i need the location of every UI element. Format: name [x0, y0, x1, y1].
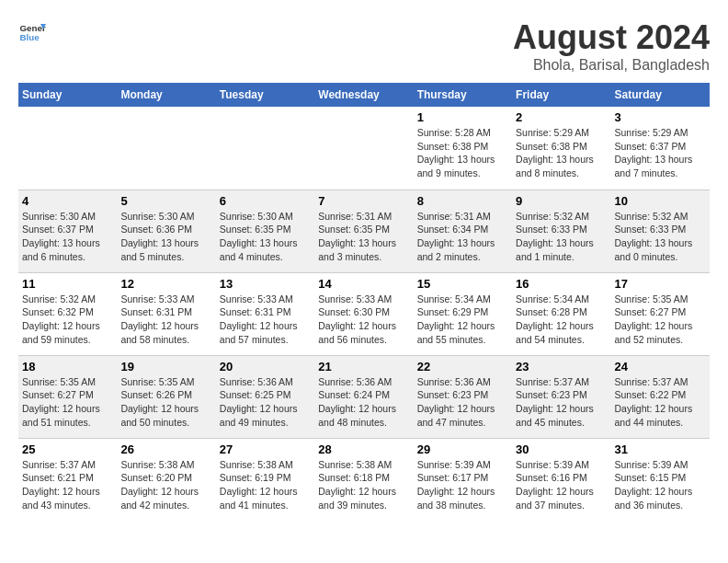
day-number: 21	[318, 360, 409, 373]
calendar-cell	[314, 107, 413, 190]
calendar-cell: 5Sunrise: 5:30 AM Sunset: 6:36 PM Daylig…	[117, 190, 215, 272]
day-info: Sunrise: 5:35 AM Sunset: 6:26 PM Dayligh…	[120, 375, 211, 430]
day-info: Sunrise: 5:37 AM Sunset: 6:22 PM Dayligh…	[615, 375, 706, 430]
calendar-cell: 24Sunrise: 5:37 AM Sunset: 6:22 PM Dayli…	[611, 355, 710, 438]
week-row-4: 18Sunrise: 5:35 AM Sunset: 6:27 PM Dayli…	[18, 355, 710, 438]
day-info: Sunrise: 5:31 AM Sunset: 6:35 PM Dayligh…	[318, 210, 409, 264]
calendar-cell: 19Sunrise: 5:35 AM Sunset: 6:26 PM Dayli…	[117, 355, 215, 438]
day-number: 13	[220, 277, 311, 291]
calendar-cell: 17Sunrise: 5:35 AM Sunset: 6:27 PM Dayli…	[611, 272, 710, 355]
day-number: 28	[318, 442, 409, 456]
day-info: Sunrise: 5:39 AM Sunset: 6:15 PM Dayligh…	[615, 458, 706, 512]
calendar-cell	[216, 107, 314, 190]
day-info: Sunrise: 5:38 AM Sunset: 6:18 PM Dayligh…	[318, 458, 409, 512]
calendar-cell: 26Sunrise: 5:38 AM Sunset: 6:20 PM Dayli…	[117, 438, 215, 521]
day-info: Sunrise: 5:34 AM Sunset: 6:28 PM Dayligh…	[516, 293, 607, 347]
day-number: 19	[120, 360, 211, 373]
calendar-cell: 8Sunrise: 5:31 AM Sunset: 6:34 PM Daylig…	[414, 190, 512, 272]
day-number: 29	[417, 442, 508, 456]
calendar-cell: 1Sunrise: 5:28 AM Sunset: 6:38 PM Daylig…	[414, 107, 512, 190]
day-info: Sunrise: 5:31 AM Sunset: 6:34 PM Dayligh…	[417, 210, 508, 264]
day-number: 2	[516, 110, 607, 124]
day-info: Sunrise: 5:36 AM Sunset: 6:24 PM Dayligh…	[318, 375, 409, 430]
day-number: 20	[220, 360, 311, 373]
calendar-cell: 12Sunrise: 5:33 AM Sunset: 6:31 PM Dayli…	[117, 272, 215, 355]
calendar-cell: 18Sunrise: 5:35 AM Sunset: 6:27 PM Dayli…	[18, 355, 117, 438]
day-info: Sunrise: 5:36 AM Sunset: 6:25 PM Dayligh…	[220, 375, 311, 430]
day-number: 5	[120, 194, 211, 208]
week-row-3: 11Sunrise: 5:32 AM Sunset: 6:32 PM Dayli…	[18, 272, 710, 355]
calendar-cell: 9Sunrise: 5:32 AM Sunset: 6:33 PM Daylig…	[512, 190, 610, 272]
day-info: Sunrise: 5:37 AM Sunset: 6:21 PM Dayligh…	[22, 458, 113, 512]
day-number: 23	[516, 360, 607, 373]
page-header: General Blue August 2024 Bhola, Barisal,…	[18, 18, 710, 74]
weekday-header-friday: Friday	[512, 83, 610, 107]
calendar-cell: 4Sunrise: 5:30 AM Sunset: 6:37 PM Daylig…	[18, 190, 117, 272]
calendar-cell: 29Sunrise: 5:39 AM Sunset: 6:17 PM Dayli…	[414, 438, 512, 521]
calendar-cell: 21Sunrise: 5:36 AM Sunset: 6:24 PM Dayli…	[314, 355, 413, 438]
day-number: 25	[22, 442, 113, 456]
day-info: Sunrise: 5:33 AM Sunset: 6:31 PM Dayligh…	[120, 293, 211, 347]
page-subtitle: Bhola, Barisal, Bangladesh	[513, 57, 710, 74]
day-number: 17	[615, 277, 706, 291]
day-number: 27	[220, 442, 311, 456]
day-number: 15	[417, 277, 508, 291]
day-number: 11	[22, 277, 113, 291]
title-block: August 2024 Bhola, Barisal, Bangladesh	[513, 18, 710, 74]
day-number: 4	[22, 194, 113, 208]
day-number: 26	[120, 442, 211, 456]
day-info: Sunrise: 5:38 AM Sunset: 6:20 PM Dayligh…	[120, 458, 211, 512]
day-number: 12	[120, 277, 211, 291]
week-row-1: 1Sunrise: 5:28 AM Sunset: 6:38 PM Daylig…	[18, 107, 710, 190]
calendar-cell: 14Sunrise: 5:33 AM Sunset: 6:30 PM Dayli…	[314, 272, 413, 355]
calendar-cell: 15Sunrise: 5:34 AM Sunset: 6:29 PM Dayli…	[414, 272, 512, 355]
day-number: 8	[417, 194, 508, 208]
day-number: 30	[516, 442, 607, 456]
day-number: 18	[22, 360, 113, 373]
svg-text:Blue: Blue	[20, 32, 40, 42]
calendar-cell: 28Sunrise: 5:38 AM Sunset: 6:18 PM Dayli…	[314, 438, 413, 521]
day-number: 9	[516, 194, 607, 208]
weekday-header-thursday: Thursday	[414, 83, 512, 107]
weekday-header-saturday: Saturday	[611, 83, 710, 107]
day-info: Sunrise: 5:34 AM Sunset: 6:29 PM Dayligh…	[417, 293, 508, 347]
day-number: 24	[615, 360, 706, 373]
calendar-table: SundayMondayTuesdayWednesdayThursdayFrid…	[18, 83, 710, 521]
day-info: Sunrise: 5:29 AM Sunset: 6:38 PM Dayligh…	[516, 126, 607, 180]
logo-icon: General Blue	[18, 18, 46, 46]
weekday-header-wednesday: Wednesday	[314, 83, 413, 107]
day-info: Sunrise: 5:35 AM Sunset: 6:27 PM Dayligh…	[615, 293, 706, 347]
day-number: 14	[318, 277, 409, 291]
day-number: 7	[318, 194, 409, 208]
day-info: Sunrise: 5:39 AM Sunset: 6:17 PM Dayligh…	[417, 458, 508, 512]
week-row-2: 4Sunrise: 5:30 AM Sunset: 6:37 PM Daylig…	[18, 190, 710, 272]
weekday-header-monday: Monday	[117, 83, 215, 107]
day-info: Sunrise: 5:36 AM Sunset: 6:23 PM Dayligh…	[417, 375, 508, 430]
day-info: Sunrise: 5:39 AM Sunset: 6:16 PM Dayligh…	[516, 458, 607, 512]
day-info: Sunrise: 5:32 AM Sunset: 6:32 PM Dayligh…	[22, 293, 113, 347]
day-number: 1	[417, 110, 508, 124]
page-title: August 2024	[513, 18, 710, 57]
day-info: Sunrise: 5:28 AM Sunset: 6:38 PM Dayligh…	[417, 126, 508, 180]
calendar-cell: 7Sunrise: 5:31 AM Sunset: 6:35 PM Daylig…	[314, 190, 413, 272]
calendar-cell: 30Sunrise: 5:39 AM Sunset: 6:16 PM Dayli…	[512, 438, 610, 521]
calendar-cell: 27Sunrise: 5:38 AM Sunset: 6:19 PM Dayli…	[216, 438, 314, 521]
weekday-header-row: SundayMondayTuesdayWednesdayThursdayFrid…	[18, 83, 710, 107]
day-number: 3	[615, 110, 706, 124]
day-info: Sunrise: 5:33 AM Sunset: 6:31 PM Dayligh…	[220, 293, 311, 347]
calendar-cell	[117, 107, 215, 190]
calendar-cell: 3Sunrise: 5:29 AM Sunset: 6:37 PM Daylig…	[611, 107, 710, 190]
day-info: Sunrise: 5:37 AM Sunset: 6:23 PM Dayligh…	[516, 375, 607, 430]
calendar-cell: 20Sunrise: 5:36 AM Sunset: 6:25 PM Dayli…	[216, 355, 314, 438]
calendar-cell: 10Sunrise: 5:32 AM Sunset: 6:33 PM Dayli…	[611, 190, 710, 272]
day-info: Sunrise: 5:32 AM Sunset: 6:33 PM Dayligh…	[615, 210, 706, 264]
day-number: 31	[615, 442, 706, 456]
calendar-cell: 25Sunrise: 5:37 AM Sunset: 6:21 PM Dayli…	[18, 438, 117, 521]
day-number: 22	[417, 360, 508, 373]
day-info: Sunrise: 5:38 AM Sunset: 6:19 PM Dayligh…	[220, 458, 311, 512]
day-number: 6	[220, 194, 311, 208]
weekday-header-sunday: Sunday	[18, 83, 117, 107]
calendar-cell: 16Sunrise: 5:34 AM Sunset: 6:28 PM Dayli…	[512, 272, 610, 355]
calendar-cell: 22Sunrise: 5:36 AM Sunset: 6:23 PM Dayli…	[414, 355, 512, 438]
calendar-cell: 31Sunrise: 5:39 AM Sunset: 6:15 PM Dayli…	[611, 438, 710, 521]
